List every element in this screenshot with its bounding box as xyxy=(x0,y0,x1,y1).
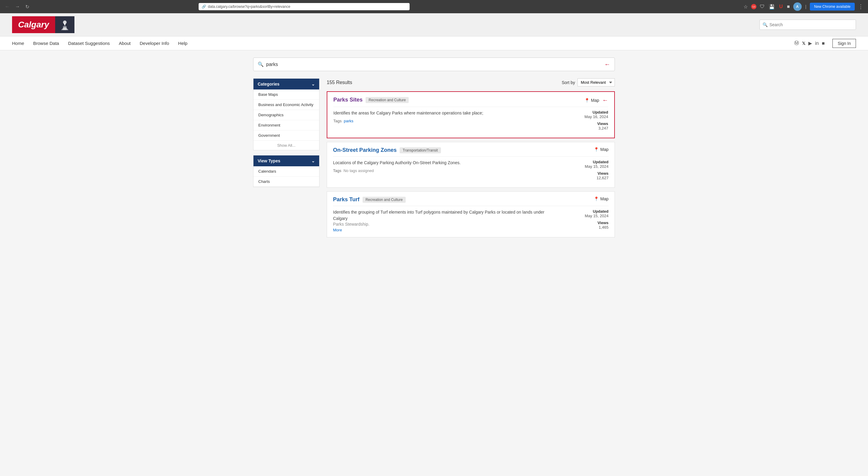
no-tags-label: No tags assigned xyxy=(344,168,374,173)
refresh-button[interactable]: ↻ xyxy=(24,3,30,11)
browser-toolbar: ☆ U2 🛡 💾 U ■ A | New Chrome available ⋮ xyxy=(743,2,864,11)
forward-button[interactable]: → xyxy=(14,3,21,10)
parking-zones-map-link[interactable]: 📍 Map xyxy=(594,147,609,152)
nav-home[interactable]: Home xyxy=(12,41,24,46)
views-label-2: Views xyxy=(563,171,609,176)
sidebar-item-government[interactable]: Government xyxy=(253,130,319,141)
sidebar-item-demographics[interactable]: Demographics xyxy=(253,110,319,120)
site-header: Calgary 🔍 xyxy=(0,13,868,36)
parking-zones-type-label: Map xyxy=(600,147,609,152)
card-header-parking-zones: On-Street Parking Zones Transportation/T… xyxy=(333,147,609,157)
parks-turf-meta: Updated May 15, 2024 Views 1,465 xyxy=(563,209,609,232)
parks-sites-meta: Updated May 16, 2024 Views 3,247 xyxy=(563,110,608,133)
updated-label-3: Updated xyxy=(563,209,609,214)
nav-social: Ⓜ 𝕏 ▶ in ■ Sign In xyxy=(794,39,856,48)
user-avatar[interactable]: A xyxy=(793,2,802,11)
instagram-icon[interactable]: ■ xyxy=(822,41,825,46)
results-count: 155 Results xyxy=(327,80,352,85)
tags-label-2: Tags xyxy=(333,168,341,173)
title-area-parks-turf: Parks Turf Recreation and Culture xyxy=(333,196,406,203)
downloads-icon[interactable]: 💾 xyxy=(768,3,776,10)
show-all-categories[interactable]: Show All... xyxy=(253,141,319,150)
search-bar: 🔍 ← xyxy=(253,58,615,71)
more-link[interactable]: More xyxy=(333,228,342,232)
nav-dataset-suggestions[interactable]: Dataset Suggestions xyxy=(68,41,110,46)
nav-browse-data[interactable]: Browse Data xyxy=(33,41,59,46)
views-label-3: Views xyxy=(563,221,609,225)
address-bar[interactable]: 🔗 data.calgary.ca/browse?q=parks&sortBy=… xyxy=(198,3,410,10)
card-body-parks-turf: Identifies the grouping of Turf elements… xyxy=(333,209,609,232)
sign-in-button[interactable]: Sign In xyxy=(832,39,856,48)
parks-turf-description: Identifies the grouping of Turf elements… xyxy=(333,209,557,222)
twitter-icon[interactable]: 𝕏 xyxy=(802,41,805,46)
sidebar-item-base-maps[interactable]: Base Maps xyxy=(253,90,319,100)
search-input[interactable] xyxy=(266,62,599,67)
result-card-parking-zones: On-Street Parking Zones Transportation/T… xyxy=(327,142,615,188)
sort-by: Sort by Most Relevant Newest Oldest Most… xyxy=(562,78,615,87)
nav-help[interactable]: Help xyxy=(178,41,187,46)
search-bar-icon: 🔍 xyxy=(258,61,264,67)
nav-developer-info[interactable]: Developer Info xyxy=(140,41,169,46)
categories-header[interactable]: Categories ⌄ xyxy=(253,78,319,90)
card-body-parks-sites: Identifies the areas for Calgary Parks w… xyxy=(333,110,608,133)
parking-zones-tags-row: Tags No tags assigned xyxy=(333,168,557,173)
tags-label: Tags xyxy=(333,119,341,123)
parks-sites-type-label: Map xyxy=(591,98,599,103)
search-arrow: ← xyxy=(604,61,610,68)
ublock-icon[interactable]: U xyxy=(778,3,784,10)
sort-by-label: Sort by xyxy=(562,80,575,85)
parks-sites-map-link[interactable]: 📍 Map xyxy=(584,98,599,103)
nav-about[interactable]: About xyxy=(119,41,130,46)
categories-section: Categories ⌄ Base Maps Business and Econ… xyxy=(253,78,319,150)
sidebar-item-environment[interactable]: Environment xyxy=(253,120,319,130)
parks-sites-title[interactable]: Parks Sites xyxy=(333,97,363,103)
site-search-input[interactable] xyxy=(760,20,856,30)
site-search[interactable]: 🔍 xyxy=(760,20,856,30)
sidebar-item-charts[interactable]: Charts xyxy=(253,177,319,187)
youtube-icon[interactable]: ▶ xyxy=(808,40,812,46)
content-layout: Categories ⌄ Base Maps Business and Econ… xyxy=(253,78,615,241)
map-pin-icon: 📍 xyxy=(584,98,590,103)
facebook-icon[interactable]: Ⓜ xyxy=(794,40,799,46)
title-area-parking-zones: On-Street Parking Zones Transportation/T… xyxy=(333,147,441,153)
card-body-parking-zones: Locations of the Calgary Parking Authori… xyxy=(333,160,609,183)
sort-select[interactable]: Most Relevant Newest Oldest Most Viewed xyxy=(578,78,615,87)
menu-button[interactable]: ⋮ xyxy=(857,2,864,11)
parking-zones-tag: Transportation/Transit xyxy=(400,147,441,153)
back-button[interactable]: ← xyxy=(4,3,11,10)
bookmark-button[interactable]: ☆ xyxy=(743,3,749,10)
categories-label: Categories xyxy=(258,82,279,87)
views-value: 3,247 xyxy=(563,126,608,130)
sidebar: Categories ⌄ Base Maps Business and Econ… xyxy=(253,78,319,241)
updated-value-2: May 15, 2024 xyxy=(563,164,609,169)
views-label: Views xyxy=(563,121,608,126)
sidebar-item-business[interactable]: Business and Economic Activity xyxy=(253,100,319,110)
parks-sites-description: Identifies the areas for Calgary Parks w… xyxy=(333,110,557,116)
parks-tag-link[interactable]: parks xyxy=(344,119,353,123)
view-types-chevron: ⌄ xyxy=(311,158,315,163)
view-types-label: View Types xyxy=(258,158,280,163)
shield-icon[interactable]: 🛡 xyxy=(759,3,766,10)
sidebar-item-calendars[interactable]: Calendars xyxy=(253,166,319,177)
nav-links: Home Browse Data Dataset Suggestions Abo… xyxy=(12,36,187,50)
parks-turf-map-link[interactable]: 📍 Map xyxy=(594,196,609,201)
extension-badge[interactable]: U2 xyxy=(751,4,756,9)
new-chrome-button[interactable]: New Chrome available xyxy=(810,3,855,10)
extensions-icon[interactable]: ■ xyxy=(786,3,791,10)
parking-zones-title[interactable]: On-Street Parking Zones xyxy=(333,147,397,153)
result-card-parks-turf: Parks Turf Recreation and Culture 📍 Map … xyxy=(327,191,615,237)
card-header-parks-turf: Parks Turf Recreation and Culture 📍 Map xyxy=(333,196,609,206)
view-types-header[interactable]: View Types ⌄ xyxy=(253,155,319,166)
parks-turf-title[interactable]: Parks Turf xyxy=(333,196,360,203)
results-header: 155 Results Sort by Most Relevant Newest… xyxy=(327,78,615,87)
parks-turf-description-cont: Parks Stewardship. xyxy=(333,222,557,227)
updated-value: May 16, 2024 xyxy=(563,115,608,119)
logo-crest xyxy=(55,16,74,33)
parking-zones-meta: Updated May 15, 2024 Views 12,627 xyxy=(563,160,609,183)
parks-sites-tags-row: Tags parks xyxy=(333,119,557,123)
logo[interactable]: Calgary xyxy=(12,16,74,33)
linkedin-icon[interactable]: in xyxy=(815,41,818,46)
categories-chevron: ⌄ xyxy=(311,82,315,87)
map-pin-icon-3: 📍 xyxy=(594,196,599,201)
result-card-parks-sites: Parks Sites Recreation and Culture 📍 Map… xyxy=(327,91,615,138)
